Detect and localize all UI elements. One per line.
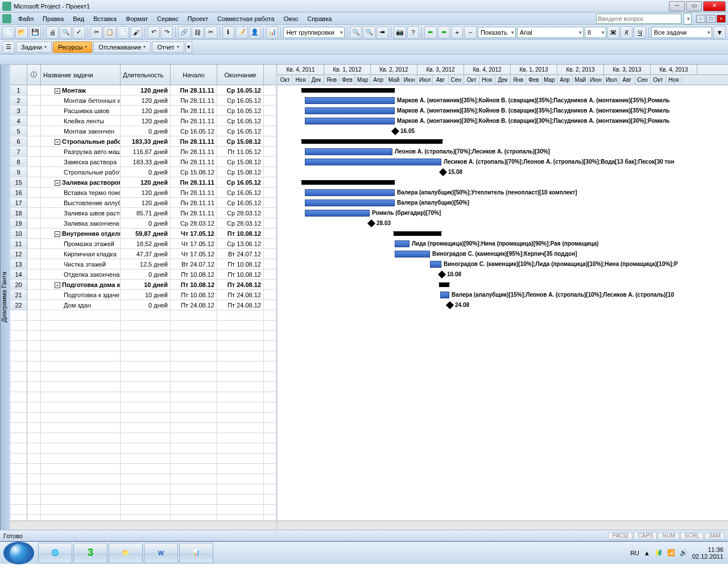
cell-end[interactable]: Ср 16.05.12 bbox=[217, 85, 264, 95]
cell-start[interactable]: Пн 28.11.11 bbox=[171, 95, 217, 105]
cell-start[interactable]: Пт 10.08.12 bbox=[171, 280, 217, 289]
table-row[interactable]: 22 Дом здан 0 дней Пт 24.08.12 Пт 24.08.… bbox=[10, 300, 276, 310]
cell-name[interactable]: Чистка этажей bbox=[41, 259, 121, 269]
cell-end[interactable]: Ср 15.08.12 bbox=[217, 136, 264, 146]
taskbar-app-3[interactable]: 3 bbox=[73, 543, 107, 563]
summary-bar[interactable] bbox=[301, 139, 442, 144]
cell-name[interactable]: Промазка этажей bbox=[41, 239, 121, 248]
cell-info[interactable] bbox=[27, 198, 41, 207]
task-bar[interactable] bbox=[305, 107, 395, 114]
cell-info[interactable] bbox=[27, 208, 41, 218]
help-question-input[interactable] bbox=[596, 14, 681, 24]
cell-duration[interactable]: 10 дней bbox=[121, 280, 171, 289]
redo-button[interactable]: ↷ bbox=[161, 26, 173, 39]
table-row-empty[interactable] bbox=[10, 310, 276, 321]
zoom-out-button[interactable]: 🔍 bbox=[363, 26, 375, 39]
task-bar[interactable] bbox=[395, 240, 410, 247]
doc-minimize-button[interactable]: - bbox=[696, 15, 705, 23]
publish-button[interactable]: 📊 bbox=[266, 26, 278, 39]
unlink-button[interactable]: ⛓ bbox=[192, 26, 204, 39]
table-row-empty[interactable] bbox=[10, 494, 276, 505]
print-button[interactable]: 🖨 bbox=[46, 26, 58, 39]
table-row[interactable]: 16 Вставка термо покет 120 дней Пн 28.11… bbox=[10, 188, 276, 198]
table-row-empty[interactable] bbox=[10, 454, 276, 464]
menu-window[interactable]: Окно bbox=[279, 14, 303, 23]
summary-bar[interactable] bbox=[301, 88, 395, 93]
cell-end[interactable]: Пт 24.08.12 bbox=[217, 290, 264, 300]
cell-info[interactable] bbox=[27, 269, 41, 279]
gantt-row[interactable]: 10.08 bbox=[278, 269, 728, 280]
cell-end[interactable]: Пт 11.05.12 bbox=[217, 147, 264, 156]
task-bar[interactable] bbox=[305, 159, 441, 165]
summary-bar[interactable] bbox=[301, 180, 395, 185]
show-combo[interactable]: Показать bbox=[478, 27, 516, 38]
row-number[interactable]: 15 bbox=[10, 177, 27, 187]
cell-end[interactable]: Ср 15.08.12 bbox=[217, 157, 264, 167]
row-number[interactable]: 18 bbox=[10, 208, 27, 218]
cell-end[interactable]: Ср 16.05.12 bbox=[217, 116, 264, 126]
table-row-empty[interactable] bbox=[10, 515, 276, 521]
paste-button[interactable]: 📄 bbox=[117, 26, 129, 39]
save-button[interactable]: 💾 bbox=[29, 26, 41, 39]
cell-start[interactable]: Пн 28.11.11 bbox=[171, 198, 217, 207]
table-row-empty[interactable] bbox=[10, 331, 276, 341]
format-painter-button[interactable]: 🖌 bbox=[130, 26, 142, 39]
task-bar[interactable] bbox=[305, 189, 395, 196]
table-row[interactable]: 19 Заливка закончена 0 дней Ср 28.03.12 … bbox=[10, 218, 276, 228]
menu-insert[interactable]: Вставка bbox=[89, 14, 121, 23]
table-row-empty[interactable] bbox=[10, 321, 276, 331]
taskbar-app-word[interactable]: W bbox=[144, 543, 178, 563]
table-row[interactable]: 17 Выстовление аплубки 120 дней Пн 28.11… bbox=[10, 198, 276, 208]
cell-start[interactable]: Пн 28.11.11 bbox=[171, 208, 217, 218]
cell-start[interactable]: Пт 10.08.12 bbox=[171, 290, 217, 300]
tray-volume-icon[interactable]: 🔊 bbox=[680, 549, 688, 556]
table-row[interactable]: 11 Промазка этажей 18,52 дней Чт 17.05.1… bbox=[10, 239, 276, 249]
row-number[interactable]: 12 bbox=[10, 249, 27, 259]
cell-duration[interactable]: 0 дней bbox=[121, 269, 171, 279]
task-bar[interactable] bbox=[305, 97, 395, 104]
table-row[interactable]: 21 Подготовка к здаче 10 дней Пт 10.08.1… bbox=[10, 290, 276, 300]
cell-name[interactable]: Расшивка швов bbox=[41, 106, 121, 115]
cell-duration[interactable]: 183,33 дней bbox=[121, 157, 171, 167]
task-bar[interactable] bbox=[305, 148, 392, 155]
gantt-body[interactable]: Марков А. (монтажник)[35%];Койнов В. (св… bbox=[278, 85, 728, 521]
doc-restore-button[interactable]: □ bbox=[706, 15, 715, 23]
task-bar[interactable] bbox=[305, 210, 370, 217]
cell-info[interactable] bbox=[27, 157, 41, 167]
gantt-row[interactable]: Виноградов С. (каменщик)[10%];Лида (пром… bbox=[278, 259, 728, 269]
table-row-empty[interactable] bbox=[10, 484, 276, 494]
table-row-empty[interactable] bbox=[10, 423, 276, 433]
tray-shield-icon[interactable]: 🔰 bbox=[655, 549, 663, 556]
cell-duration[interactable]: 0 дней bbox=[121, 300, 171, 310]
row-number[interactable]: 5 bbox=[10, 126, 27, 136]
gantt-row[interactable] bbox=[278, 228, 728, 239]
row-number[interactable]: 16 bbox=[10, 188, 27, 197]
cell-end[interactable]: Пт 10.08.12 bbox=[217, 228, 264, 238]
cell-name[interactable]: Заливка швов раство bbox=[41, 208, 121, 218]
cell-info[interactable] bbox=[27, 259, 41, 269]
link-button[interactable]: 🔗 bbox=[178, 26, 190, 39]
gantt-row[interactable]: Виноградов С. (каменщик)[95%];Керпич[35 … bbox=[278, 249, 728, 259]
cell-name[interactable]: −Внутренняя отделка bbox=[41, 228, 121, 238]
table-row-empty[interactable] bbox=[10, 474, 276, 484]
cell-end[interactable]: Ср 16.05.12 bbox=[217, 188, 264, 197]
cell-name[interactable]: Кирпичная кладка bbox=[41, 249, 121, 259]
table-row-empty[interactable] bbox=[10, 433, 276, 443]
table-row[interactable]: 20 −Подготовка дома к сда 10 дней Пт 10.… bbox=[10, 280, 276, 290]
cell-end[interactable]: Ср 16.05.12 bbox=[217, 95, 264, 105]
cell-name[interactable]: Клейка ленты bbox=[41, 116, 121, 126]
row-number[interactable]: 6 bbox=[10, 136, 27, 146]
gantt-row[interactable]: Марков А. (монтажник)[30%];Койнов В. (св… bbox=[278, 116, 728, 126]
table-row[interactable]: 14 Отделка закончена 0 дней Пт 10.08.12 … bbox=[10, 269, 276, 280]
cell-end[interactable]: Ср 28.03.12 bbox=[217, 208, 264, 218]
cell-duration[interactable]: 120 дней bbox=[121, 177, 171, 187]
gantt-row[interactable]: Леонов А. (стропаль)[70%];Лесиков А. (ст… bbox=[278, 147, 728, 157]
cell-start[interactable]: Ср 28.03.12 bbox=[171, 218, 217, 228]
row-number[interactable]: 10 bbox=[10, 228, 27, 238]
cell-end[interactable]: Ср 13.06.12 bbox=[217, 239, 264, 248]
cell-duration[interactable]: 116,67 дней bbox=[121, 147, 171, 156]
row-number[interactable]: 7 bbox=[10, 147, 27, 156]
table-row[interactable]: 5 Монтаж закончен 0 дней Ср 16.05.12 Ср … bbox=[10, 126, 276, 136]
cell-info[interactable] bbox=[27, 290, 41, 300]
cell-name[interactable]: Дом здан bbox=[41, 300, 121, 310]
